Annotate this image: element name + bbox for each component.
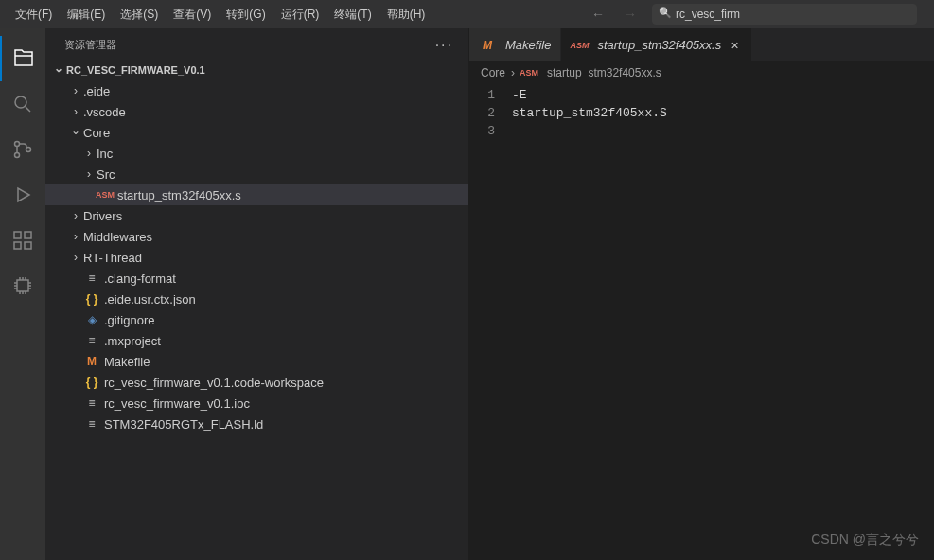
tree-item-label: Src (97, 167, 115, 182)
tree-item-label: RT-Thread (83, 251, 142, 265)
tree-item-label: STM32F405RGTx_FLASH.ld (104, 417, 263, 431)
make-icon: M (479, 39, 496, 52)
tab-label: startup_stm32f405xx.s (597, 38, 721, 52)
editor-area: MMakefileASMstartup_stm32f405xx.s× Core … (469, 28, 934, 560)
file-item[interactable]: ≡.mxproject (45, 330, 468, 351)
sidebar: 资源管理器 ··· RC_VESC_FIRMWARE_V0.1 .eide.vs… (45, 28, 469, 560)
svg-point-2 (15, 153, 20, 158)
file-item[interactable]: { }rc_vesc_firmware_v0.1.code-workspace (45, 372, 468, 393)
svg-rect-8 (17, 280, 28, 291)
file-item[interactable]: ◈.gitignore (45, 309, 468, 330)
project-name: RC_VESC_FIRMWARE_V0.1 (66, 64, 205, 76)
code-lines[interactable]: -Estartup_stm32f405xx.S (512, 86, 934, 560)
file-item[interactable]: ASMstartup_stm32f405xx.s (45, 184, 468, 205)
tree-item-label: startup_stm32f405xx.s (117, 188, 241, 202)
source-control-icon[interactable] (0, 127, 45, 172)
chevron-right-icon (68, 251, 83, 264)
line-number: 2 (469, 104, 495, 122)
folder-item[interactable]: RT-Thread (45, 247, 468, 268)
menu-item[interactable]: 文件(F) (8, 3, 60, 26)
svg-point-0 (15, 96, 26, 108)
run-debug-icon[interactable] (0, 172, 45, 218)
folder-item[interactable]: Middlewares (45, 226, 468, 247)
chevron-right-icon (81, 147, 97, 160)
json-icon: { } (83, 292, 100, 306)
project-header[interactable]: RC_VESC_FIRMWARE_V0.1 (45, 61, 468, 79)
svg-rect-5 (25, 232, 31, 238)
nav-forward-icon[interactable]: → (620, 5, 641, 24)
sidebar-header: 资源管理器 ··· (45, 28, 468, 61)
tree-item-label: Core (83, 126, 110, 140)
file-item[interactable]: ≡.clang-format (45, 268, 468, 289)
more-actions-icon[interactable]: ··· (435, 37, 453, 54)
file-icon: ≡ (83, 271, 100, 285)
folder-item[interactable]: .eide (45, 80, 468, 101)
svg-point-1 (15, 142, 20, 147)
tree-item-label: Inc (97, 147, 113, 161)
folder-item[interactable]: Core (45, 122, 468, 143)
line-number: 3 (469, 122, 495, 140)
chevron-down-icon (51, 63, 66, 77)
extensions-icon[interactable] (0, 218, 45, 263)
tree-item-label: .eide (83, 84, 110, 98)
chevron-right-icon: › (511, 66, 515, 79)
search-icon[interactable] (0, 81, 45, 127)
svg-rect-6 (14, 242, 21, 249)
tabs-bar: MMakefileASMstartup_stm32f405xx.s× (469, 28, 934, 61)
tree-item-label: .clang-format (104, 271, 176, 286)
folder-item[interactable]: .vscode (45, 101, 468, 122)
chevron-right-icon (68, 209, 83, 222)
file-item[interactable]: MMakefile (45, 351, 468, 372)
explorer-icon[interactable] (0, 36, 45, 81)
menu-item[interactable]: 选择(S) (113, 3, 166, 26)
code-line[interactable]: startup_stm32f405xx.S (512, 104, 934, 122)
menu-item[interactable]: 编辑(E) (60, 3, 113, 26)
tree-item-label: .eide.usr.ctx.json (104, 292, 196, 306)
file-item[interactable]: { }.eide.usr.ctx.json (45, 289, 468, 309)
line-numbers: 123 (469, 86, 512, 560)
nav-area: ← → rc_vesc_firm (588, 4, 917, 25)
folder-item[interactable]: Inc (45, 143, 468, 164)
chevron-down-icon (68, 126, 83, 139)
file-icon: ≡ (83, 334, 100, 347)
tree-item-label: .gitignore (104, 313, 154, 327)
breadcrumb-file: startup_stm32f405xx.s (547, 66, 661, 79)
sidebar-title: 资源管理器 (64, 38, 116, 52)
menu-item[interactable]: 帮助(H) (379, 3, 433, 26)
tree-item-label: Drivers (83, 209, 122, 223)
search-input[interactable]: rc_vesc_firm (652, 4, 917, 25)
chevron-right-icon (68, 105, 83, 118)
tab-label: Makefile (505, 38, 551, 52)
editor-tab[interactable]: ASMstartup_stm32f405xx.s× (561, 28, 752, 61)
svg-rect-7 (25, 242, 31, 249)
code-area[interactable]: 123 -Estartup_stm32f405xx.S (469, 84, 934, 560)
folder-item[interactable]: Drivers (45, 205, 468, 226)
tree-item-label: .mxproject (104, 334, 161, 348)
nav-back-icon[interactable]: ← (588, 5, 608, 24)
menu-item[interactable]: 运行(R) (273, 3, 327, 26)
menu-item[interactable]: 转到(G) (219, 3, 273, 26)
file-item[interactable]: ≡rc_vesc_firmware_v0.1.ioc (45, 393, 468, 413)
chip-icon[interactable] (0, 263, 45, 308)
breadcrumb[interactable]: Core › ASM startup_stm32f405xx.s (469, 61, 934, 84)
chevron-right-icon (81, 167, 97, 181)
close-icon[interactable]: × (727, 38, 742, 53)
file-icon: ≡ (83, 417, 100, 430)
menu-item[interactable]: 终端(T) (326, 3, 379, 26)
file-item[interactable]: ≡STM32F405RGTx_FLASH.ld (45, 413, 468, 434)
asm-icon: ASM (571, 41, 588, 50)
code-line[interactable] (512, 122, 934, 140)
chevron-right-icon (68, 84, 83, 97)
menu-item[interactable]: 查看(V) (166, 3, 219, 26)
menu-items: 文件(F)编辑(E)选择(S)查看(V)转到(G)运行(R)终端(T)帮助(H) (8, 3, 432, 26)
folder-item[interactable]: Src (45, 164, 468, 184)
make-icon: M (83, 355, 100, 368)
main-area: 资源管理器 ··· RC_VESC_FIRMWARE_V0.1 .eide.vs… (0, 28, 934, 560)
chevron-right-icon (68, 230, 83, 243)
tree-item-label: .vscode (83, 105, 126, 119)
editor-tab[interactable]: MMakefile (469, 28, 561, 61)
tree-item-label: Makefile (104, 355, 150, 369)
code-line[interactable]: -E (512, 86, 934, 104)
svg-rect-4 (14, 232, 21, 238)
breadcrumb-parent: Core (481, 66, 505, 79)
